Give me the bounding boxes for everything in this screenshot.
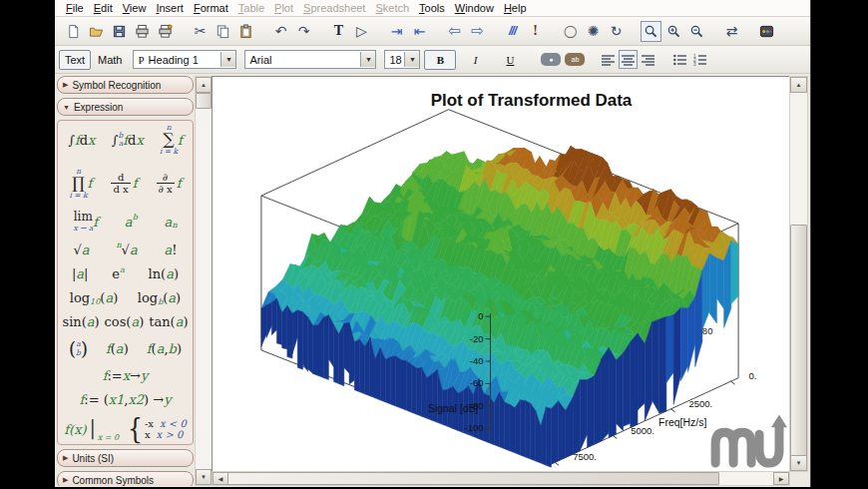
copy-icon[interactable] [213,21,233,42]
math-mode-button[interactable]: Math [94,50,126,70]
refresh-icon[interactable]: ↻ [606,21,627,42]
print-icon[interactable] [132,21,153,42]
palette-item[interactable]: n∏i = kf [70,168,93,201]
palette-item[interactable]: ab [125,216,138,229]
palette-item[interactable]: ln(a) [149,267,179,280]
indent-decrease-icon[interactable]: ⇤ [409,21,430,42]
new-document-icon[interactable] [63,21,84,42]
palette-item[interactable]: f := (x1, x2) → y [79,393,171,406]
forward-icon[interactable]: ⇨ [467,21,488,42]
font-combo[interactable]: Arial ▼ [244,50,376,69]
palette-item[interactable]: ∫f dx [68,134,95,147]
palette-item[interactable]: cos(a) [105,315,145,328]
palette-item[interactable]: an [165,216,178,229]
zoom-out-icon[interactable] [686,21,707,42]
text-mode-button[interactable]: Text [59,50,91,70]
scroll-down-icon[interactable]: ▼ [196,469,212,485]
sidebar-section-symbol-recognition[interactable]: ▶Symbol Recognition [57,76,194,94]
palette-item[interactable]: limx → af [73,211,98,232]
comment-icon[interactable]: ● [541,53,561,66]
align-right-icon[interactable] [639,50,657,69]
document-area[interactable]: 0-20-40-60-80-100Signal [dB]0.2500.5000.… [212,76,790,472]
align-left-icon[interactable] [599,50,618,69]
menu-item-edit[interactable]: Edit [89,2,118,14]
palette-item[interactable]: tan(a) [149,315,188,328]
insert-text-icon[interactable]: T [328,21,349,42]
palette-item[interactable]: (ab) [69,340,88,358]
italic-button[interactable]: I [459,50,491,70]
zoom-in-icon[interactable] [663,21,684,42]
back-icon[interactable]: ⇦ [444,21,465,42]
stop-icon[interactable]: ◯ [560,21,581,42]
sidebar-section-expression[interactable]: ▼Expression [57,98,194,116]
menu-item-format[interactable]: Format [189,2,233,14]
scrollbar-thumb[interactable] [227,472,719,485]
palette-item[interactable]: √a [73,244,89,256]
bullet-list-icon[interactable] [670,50,689,69]
indent-increase-icon[interactable]: ⇥ [386,21,407,42]
palette-row: f := x → y [60,369,191,382]
paste-icon[interactable] [235,21,256,42]
scrollbar-thumb[interactable] [196,93,212,109]
palette-item[interactable]: ∂∂ xf [157,172,182,195]
comment-alt-icon[interactable]: ab [565,53,585,66]
scroll-up-icon[interactable]: ▲ [790,77,807,93]
font-size-combo[interactable]: 18 ▼ [384,50,420,69]
exclamation-icon[interactable]: ! [525,21,546,42]
underline-button[interactable]: U [494,50,526,70]
palette-item[interactable]: ea [112,267,124,280]
numbered-list-icon[interactable]: 123 [690,50,709,69]
palette-item[interactable]: log 10(a) [70,291,118,304]
combo-dropdown-icon[interactable]: ▼ [404,52,419,67]
about-icon[interactable] [756,21,777,42]
menu-item-view[interactable]: View [118,2,152,14]
menu-item-help[interactable]: Help [499,2,532,14]
palette-item[interactable]: log b(a) [138,291,181,304]
combo-dropdown-icon[interactable]: ▼ [360,52,375,67]
menu-item-window[interactable]: Window [450,2,499,14]
scroll-up-icon[interactable]: ▲ [196,77,212,93]
scroll-down-icon[interactable]: ▼ [790,455,807,471]
zoom-icon[interactable] [641,21,661,42]
bold-button[interactable]: B [424,50,456,70]
palette-item[interactable]: f := x → y [103,369,149,382]
palette-item[interactable]: {-xx < 0xx > 0 [128,417,187,441]
palette-item[interactable]: n√a [116,244,137,256]
chevron-right-icon: ▶ [63,81,68,89]
paragraph-style-combo[interactable]: PHeading 1 ▼ [133,50,236,69]
settings-icon[interactable]: ✺ [583,21,604,42]
scroll-right-icon[interactable]: ▶ [773,472,789,485]
undo-icon[interactable]: ↶ [270,21,291,42]
scrollbar-thumb[interactable] [790,225,807,456]
cut-icon[interactable]: ✂ [190,21,211,42]
palette-item[interactable]: a ! [165,244,178,256]
menu-item-file[interactable]: File [61,2,89,14]
palette-item[interactable]: |a| [72,267,89,280]
scroll-left-icon[interactable]: ◀ [213,472,228,485]
palette-item[interactable]: n∑i = kf [160,124,183,157]
sidebar-scrollbar[interactable]: ▲ ▼ [195,76,213,486]
zoom-shape [644,24,658,39]
swap-icon[interactable]: ⇄ [721,21,742,42]
open-icon[interactable] [86,21,107,42]
palette-item[interactable]: ∫baf dx [112,132,144,149]
document-horizontal-scrollbar[interactable]: ◀ ▶ [212,471,790,486]
insert-math-icon[interactable]: ▷ [351,21,372,42]
align-center-icon[interactable] [619,50,638,69]
slashes-icon[interactable]: /// [502,21,523,42]
palette-item[interactable]: dd xf [111,172,137,195]
sidebar-section-units-si-[interactable]: ▶Units (SI) [57,449,194,467]
menu-item-insert[interactable]: Insert [151,2,189,14]
sidebar-section-common-symbols[interactable]: ▶Common Symbols [57,471,194,486]
palette-item[interactable]: f(a) [106,342,129,355]
document-vertical-scrollbar[interactable]: ▲ ▼ [789,76,808,472]
print-setup-icon[interactable] [155,21,176,42]
menu-item-tools[interactable]: Tools [414,2,450,14]
palette-row: f := (x1, x2) → y [60,393,191,406]
palette-item[interactable]: sin(a) [62,315,99,328]
redo-icon[interactable]: ↷ [293,21,314,42]
palette-item[interactable]: f(x)│x = 0 [64,421,119,438]
combo-dropdown-icon[interactable]: ▼ [220,52,235,67]
palette-item[interactable]: f(a, b) [147,342,182,355]
save-icon[interactable] [109,21,130,42]
